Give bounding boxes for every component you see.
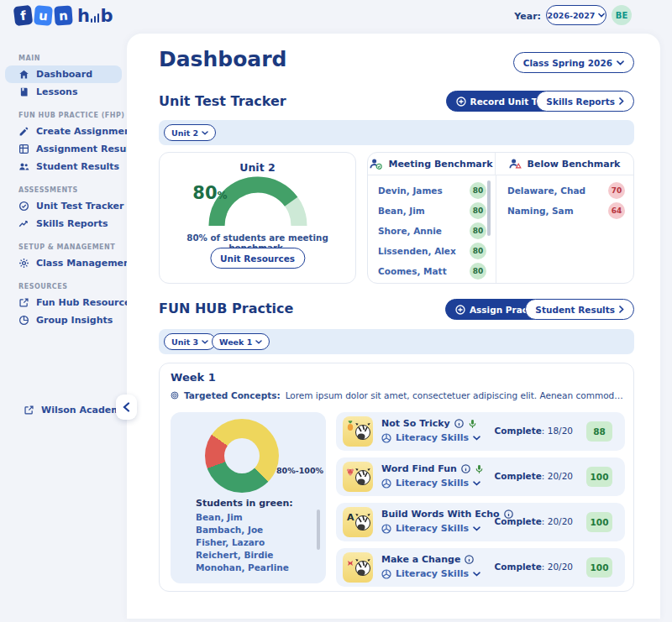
- external-link-icon: [18, 297, 29, 308]
- student-name-link[interactable]: Naming, Sam: [507, 206, 574, 216]
- activity-title: Not So Tricky: [381, 418, 450, 429]
- sidebar-item-group-insights[interactable]: Group Insights: [5, 311, 122, 329]
- skill-dropdown[interactable]: Literacy Skills: [381, 523, 480, 534]
- table-row: Delaware, Chad: [507, 180, 585, 201]
- logo-wordmark: h b: [77, 8, 113, 24]
- gauge-percent-value: 80: [192, 183, 217, 203]
- skill-label: Literacy Skills: [396, 568, 469, 579]
- class-selector[interactable]: Class Spring 2026: [513, 52, 634, 73]
- student-name-link[interactable]: Shore, Annie: [378, 226, 442, 236]
- sidebar-item-dashboard[interactable]: Dashboard: [5, 65, 122, 83]
- score-badge: 70: [608, 182, 625, 199]
- top-bar: f u n h b Year: 2026-2027 BE: [0, 0, 672, 34]
- info-icon[interactable]: [461, 464, 470, 473]
- practice-week-label: Week 1: [219, 337, 252, 347]
- green-list-scrollbar[interactable]: [317, 510, 320, 550]
- benchmark-divider: [496, 175, 496, 284]
- score-distribution-donut-chart: [205, 419, 279, 493]
- sidebar-item-assignment-results[interactable]: Assignment Results: [5, 140, 122, 158]
- complete-value: : 18/20: [542, 426, 573, 436]
- list-item-activity: Not So Tricky Literacy Skills Complete: …: [336, 412, 625, 451]
- grid-icon: [18, 144, 29, 154]
- unit-test-tracker-heading: Unit Test Tracker: [159, 93, 286, 109]
- skill-dropdown[interactable]: Literacy Skills: [381, 568, 480, 579]
- sidebar-section-assessments: ASSESSMENTS: [18, 186, 127, 194]
- activity-thumbnail: [343, 416, 373, 447]
- activity-title: Word Find Fun: [381, 463, 457, 474]
- student-name-link[interactable]: Bambach, Joe: [196, 524, 289, 536]
- meeting-list-scrollbar[interactable]: [487, 180, 491, 236]
- chevron-down-icon: [598, 13, 605, 18]
- sidebar-item-skills-reports[interactable]: Skills Reports: [5, 215, 122, 233]
- home-icon: [18, 69, 29, 80]
- student-name-link[interactable]: Devin, James: [378, 186, 443, 196]
- info-icon[interactable]: [454, 419, 464, 428]
- activity-thumbnail: A: [343, 507, 373, 537]
- skill-dropdown[interactable]: Literacy Skills: [381, 478, 480, 489]
- practice-week-selector[interactable]: Week 1: [212, 333, 270, 350]
- microphone-icon[interactable]: [468, 419, 477, 429]
- user-avatar[interactable]: BE: [612, 5, 632, 25]
- year-value: 2026-2027: [548, 11, 596, 20]
- skills-wheel-icon: [381, 569, 391, 579]
- student-name-link[interactable]: Monohan, Pearline: [196, 562, 289, 574]
- chart-line-icon: [18, 218, 29, 229]
- complete-label: Complete: [495, 471, 542, 481]
- sidebar-section-setup: SETUP & MANAGEMENT: [18, 243, 127, 251]
- students-in-green-list: Bean, Jim Bambach, Joe Fisher, Lazaro Re…: [196, 511, 289, 574]
- logo-tile-f: f: [13, 5, 34, 26]
- complete-value: : 20/20: [542, 471, 573, 481]
- complete-status: Complete: 20/20: [495, 516, 573, 526]
- student-name-link[interactable]: Fisher, Lazaro: [196, 536, 289, 549]
- student-name-link[interactable]: Delaware, Chad: [507, 186, 585, 196]
- info-icon[interactable]: [465, 555, 474, 564]
- student-name-link[interactable]: Lissenden, Alex: [378, 246, 456, 256]
- year-select[interactable]: 2026-2027: [546, 5, 606, 25]
- skill-dropdown[interactable]: Literacy Skills: [381, 432, 480, 443]
- sidebar-item-lessons[interactable]: Lessons: [5, 83, 122, 101]
- sidebar-item-student-results[interactable]: Student Results: [5, 158, 122, 175]
- logo-h: h: [77, 8, 90, 24]
- unit-resources-label: Unit Resources: [220, 254, 295, 264]
- score-badge: 80: [470, 202, 486, 219]
- student-name-link[interactable]: Reichert, Birdie: [196, 549, 289, 562]
- chevron-left-icon: [123, 402, 130, 412]
- people-icon: [18, 161, 29, 172]
- activity-score-badge: 100: [586, 512, 612, 532]
- sidebar-item-create-assignment[interactable]: Create Assignment: [5, 123, 122, 140]
- external-link-icon: [24, 405, 34, 416]
- unit-resources-button[interactable]: Unit Resources: [210, 248, 305, 269]
- sidebar-item-label: Dashboard: [36, 69, 92, 80]
- sidebar-item-unit-test-tracker[interactable]: Unit Test Tracker (UTT): [5, 197, 122, 215]
- main-panel: Dashboard Class Spring 2026 Unit Test Tr…: [127, 34, 660, 619]
- student-name-link[interactable]: Coomes, Matt: [378, 266, 447, 276]
- skill-label: Literacy Skills: [396, 478, 469, 489]
- student-name-link[interactable]: Bean, Jim: [378, 206, 425, 216]
- plus-circle-icon: [456, 97, 466, 107]
- table-row: Shore, Annie: [378, 221, 442, 241]
- score-badge: 80: [470, 222, 486, 239]
- chevron-down-icon: [473, 481, 480, 486]
- practice-unit-selector[interactable]: Unit 3: [164, 333, 216, 350]
- gear-icon: [18, 258, 29, 269]
- targeted-concepts-label: Targeted Concepts:: [184, 390, 281, 400]
- students-in-green-label: Students in green:: [196, 498, 293, 509]
- activity-thumbnail: [343, 552, 373, 583]
- target-icon: [171, 389, 179, 401]
- donut-range-label: 80%-100%: [276, 466, 323, 475]
- skills-wheel-icon: [381, 524, 391, 534]
- student-name-link[interactable]: Bean, Jim: [196, 511, 289, 524]
- student-results-button[interactable]: Student Results: [525, 299, 634, 320]
- skills-reports-button[interactable]: Skills Reports: [536, 91, 634, 112]
- microphone-icon[interactable]: [475, 464, 484, 474]
- sidebar-section-main: MAIN: [18, 55, 127, 62]
- unit-selector[interactable]: Unit 2: [164, 124, 216, 141]
- sidebar-collapse-button[interactable]: [116, 395, 137, 420]
- sidebar-item-class-management[interactable]: Class Management: [5, 254, 122, 272]
- sidebar-item-fun-hub-resources[interactable]: Fun Hub Resources: [5, 294, 122, 311]
- funhub-logo[interactable]: f u n h b: [14, 6, 113, 25]
- sidebar-item-label: Group Insights: [36, 315, 113, 326]
- sidebar-item-wilson-academy[interactable]: Wilson Academy: [10, 401, 127, 419]
- targeted-concepts: Targeted Concepts: Lorem ipsum dolor sit…: [171, 389, 627, 401]
- person-check-icon: [370, 158, 382, 170]
